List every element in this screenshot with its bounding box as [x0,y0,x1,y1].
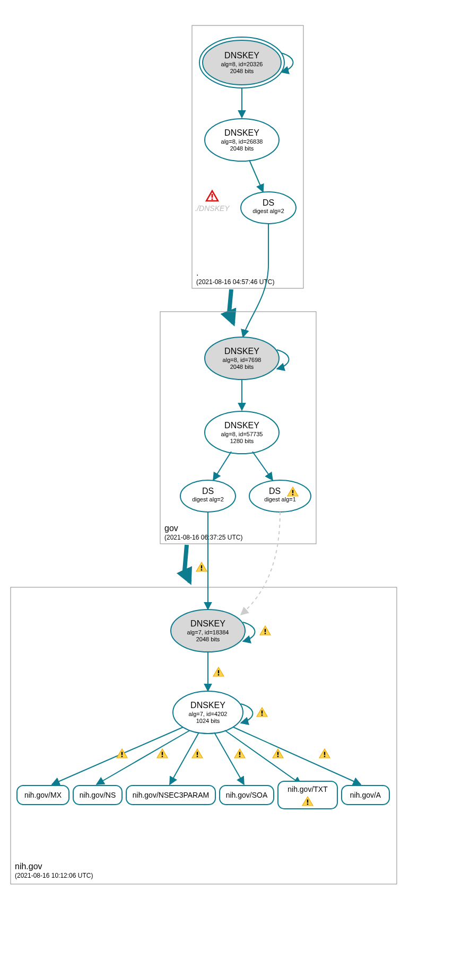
svg-text:1280 bits: 1280 bits [230,438,254,444]
svg-text:nih.gov/SOA: nih.gov/SOA [226,791,268,799]
zone-root-ts: (2021-08-16 04:57:46 UTC) [196,278,274,286]
zone-nih-ts: (2021-08-16 10:12:06 UTC) [15,872,93,879]
zone-root: . (2021-08-16 04:57:46 UTC) DNSKEY alg=8… [192,25,303,288]
svg-text:alg=8, id=7698: alg=8, id=7698 [223,357,261,363]
warning-icon [234,749,245,758]
edge-nih-zsk-n3p [170,732,199,784]
svg-text:DNSKEY: DNSKEY [190,701,225,710]
svg-text:DS: DS [263,198,274,207]
node-gov-zsk[interactable]: DNSKEY alg=8, id=57735 1280 bits [205,411,279,454]
svg-text:alg=8, id=26838: alg=8, id=26838 [221,138,263,145]
svg-text:nih.gov/MX: nih.gov/MX [24,791,62,799]
edge-nih-zsk-a [233,727,361,784]
svg-text:2048 bits: 2048 bits [230,145,254,152]
svg-text:alg=8, id=57735: alg=8, id=57735 [221,431,263,437]
rrset-ns[interactable]: nih.gov/NS [73,785,122,805]
svg-text:alg=7, id=18384: alg=7, id=18384 [187,629,229,635]
svg-text:nih.gov/TXT: nih.gov/TXT [287,785,328,793]
zone-gov-name: gov [164,524,178,533]
svg-text:DNSKEY: DNSKEY [224,347,259,356]
warning-icon [273,749,283,758]
node-root-ds[interactable]: DS digest alg=2 [241,192,296,224]
warning-icon [260,626,271,635]
edge-gov-ds2-nih-ksk [241,512,280,615]
warning-icon [196,562,207,571]
svg-text:alg=8, id=20326: alg=8, id=20326 [221,61,263,67]
edge-root-to-gov-zone [229,289,233,323]
svg-text:DNSKEY: DNSKEY [190,619,225,628]
node-gov-ds2[interactable]: DS digest alg=1 [249,480,311,512]
node-root-ghost: ./DNSKEY [195,204,230,213]
zone-nih-name: nih.gov [15,862,42,871]
warning-icon [192,749,203,758]
svg-text:DS: DS [202,487,214,496]
warning-icon [117,749,127,758]
rrset-mx[interactable]: nih.gov/MX [17,785,69,805]
warning-icon [319,749,330,758]
rrset-nsec3param[interactable]: nih.gov/NSEC3PARAM [126,785,215,805]
zone-gov: gov (2021-08-16 06:37:25 UTC) DNSKEY alg… [160,224,316,544]
edge-gov-to-nih-zone [185,545,190,582]
svg-text:alg=7, id=4202: alg=7, id=4202 [189,711,228,717]
warning-icon [213,667,224,676]
node-nih-ksk[interactable]: DNSKEY alg=7, id=18384 2048 bits [171,610,245,652]
warning-icon [157,749,168,758]
svg-text:2048 bits: 2048 bits [230,68,254,74]
node-nih-zsk[interactable]: DNSKEY alg=7, id=4202 1024 bits [173,691,243,734]
zone-gov-ts: (2021-08-16 06:37:25 UTC) [164,534,242,541]
edge-root-zsk-ds [249,160,263,192]
error-icon [206,191,218,201]
svg-text:2048 bits: 2048 bits [196,636,220,642]
svg-text:DS: DS [269,487,281,496]
svg-text:digest alg=2: digest alg=2 [192,496,224,502]
svg-text:nih.gov/NSEC3PARAM: nih.gov/NSEC3PARAM [133,791,209,799]
zone-root-name: . [196,268,198,277]
svg-text:nih.gov/NS: nih.gov/NS [80,791,116,799]
svg-text:digest alg=1: digest alg=1 [264,496,296,502]
rrset-txt[interactable]: nih.gov/TXT [278,781,337,809]
edge-gov-zsk-ds2 [252,452,273,480]
node-root-ksk[interactable]: DNSKEY alg=8, id=20326 2048 bits [199,37,284,88]
node-gov-ds1[interactable]: DS digest alg=2 [180,480,235,512]
svg-text:DNSKEY: DNSKEY [224,51,259,60]
rrset-a[interactable]: nih.gov/A [342,785,389,805]
svg-text:nih.gov/A: nih.gov/A [350,791,381,799]
rrset-soa[interactable]: nih.gov/SOA [220,785,274,805]
svg-text:DNSKEY: DNSKEY [224,128,259,137]
node-root-zsk[interactable]: DNSKEY alg=8, id=26838 2048 bits [205,119,279,161]
edge-gov-zsk-ds1 [213,452,231,480]
svg-text:2048 bits: 2048 bits [230,364,254,370]
edge-nih-zsk-ns [97,730,190,784]
svg-text:digest alg=2: digest alg=2 [252,208,284,214]
warning-icon [257,708,267,717]
svg-text:1024 bits: 1024 bits [196,718,220,724]
svg-text:DNSKEY: DNSKEY [224,421,259,430]
node-gov-ksk[interactable]: DNSKEY alg=8, id=7698 2048 bits [205,337,279,379]
